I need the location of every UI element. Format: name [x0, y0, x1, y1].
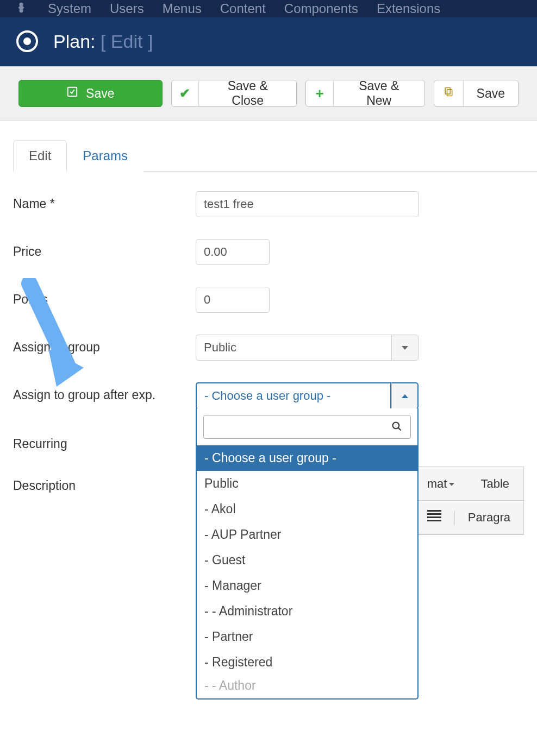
dropdown-option[interactable]: - AUP Partner: [197, 522, 417, 547]
price-input[interactable]: [196, 239, 270, 265]
dropdown-option[interactable]: - - Author: [197, 675, 417, 698]
editor-format-menu[interactable]: mat: [414, 477, 468, 491]
editor-table-menu[interactable]: Table: [467, 477, 522, 491]
copy-icon: [443, 86, 454, 100]
nav-menus[interactable]: Menus: [163, 1, 202, 16]
points-input[interactable]: [196, 287, 270, 313]
save-new-button[interactable]: + Save & New: [305, 80, 424, 107]
check-icon: ✔: [179, 86, 190, 101]
edit-form: Name * Price Points Assign to group Publ…: [0, 172, 537, 493]
dropdown-option[interactable]: - Choose a user group -: [197, 445, 417, 471]
tab-edit[interactable]: Edit: [13, 140, 67, 172]
save-close-button[interactable]: ✔ Save & Close: [171, 80, 297, 107]
radio-icon: [16, 30, 38, 52]
assign-group-value: Public: [196, 335, 391, 361]
pencil-square-icon: [66, 86, 78, 101]
svg-point-3: [393, 423, 399, 429]
admin-top-nav: System Users Menus Content Components Ex…: [0, 0, 537, 17]
action-toolbar: Save ✔ Save & Close + Save & New Save: [0, 66, 537, 121]
dropdown-option[interactable]: - Registered: [197, 650, 417, 675]
assign-group-select[interactable]: Public: [196, 335, 419, 361]
assign-group-caret[interactable]: [391, 335, 419, 361]
dropdown-option[interactable]: Public: [197, 471, 417, 496]
chevron-up-icon: [402, 394, 408, 398]
search-icon: [391, 421, 402, 435]
dropdown-option[interactable]: - Manager: [197, 573, 417, 598]
assign-exp-value: - Choose a user group -: [196, 382, 391, 410]
nav-system[interactable]: System: [48, 1, 91, 16]
dropdown-option[interactable]: - - Administrator: [197, 598, 417, 624]
editor-toolbar-peek: mat Table Paragra: [414, 467, 524, 535]
dropdown-option[interactable]: - Guest: [197, 547, 417, 573]
assign-exp-caret[interactable]: [391, 382, 419, 410]
row-price: Price: [13, 239, 524, 265]
form-tabs: Edit Params: [13, 140, 537, 172]
save-button[interactable]: Save: [18, 80, 163, 107]
row-assign-group: Assign to group Public: [13, 335, 524, 361]
page-title: Plan: [ Edit ]: [53, 31, 153, 52]
editor-paragraph-select[interactable]: Paragra: [454, 511, 523, 525]
plus-icon: +: [315, 85, 323, 102]
nav-users[interactable]: Users: [110, 1, 144, 16]
row-points: Points: [13, 287, 524, 313]
row-assign-exp: Assign to group after exp. - Choose a us…: [13, 382, 524, 410]
recurring-label: Recurring: [13, 431, 196, 451]
assign-exp-label: Assign to group after exp.: [13, 382, 196, 402]
svg-rect-1: [445, 88, 450, 94]
assign-exp-select[interactable]: - Choose a user group - - Choose a user …: [196, 382, 419, 410]
dropdown-option[interactable]: - Akol: [197, 496, 417, 522]
price-label: Price: [13, 239, 196, 259]
name-input[interactable]: [196, 191, 419, 217]
page-header: Plan: [ Edit ]: [0, 17, 537, 66]
justify-icon[interactable]: [414, 508, 454, 526]
dropdown-search-input[interactable]: [203, 415, 411, 439]
assign-group-label: Assign to group: [13, 335, 196, 355]
joomla-logo-icon: [13, 2, 29, 16]
chevron-down-icon: [449, 483, 454, 486]
name-label: Name *: [13, 191, 196, 211]
dropdown-option[interactable]: - Partner: [197, 624, 417, 650]
svg-rect-2: [447, 90, 452, 96]
points-label: Points: [13, 287, 196, 307]
nav-components[interactable]: Components: [284, 1, 358, 16]
tab-params[interactable]: Params: [67, 140, 143, 172]
dropdown-list: - Choose a user group - Public - Akol - …: [197, 445, 417, 698]
user-group-dropdown: - Choose a user group - Public - Akol - …: [196, 408, 419, 700]
chevron-down-icon: [402, 346, 408, 350]
description-label: Description: [13, 473, 196, 493]
row-name: Name *: [13, 191, 524, 217]
save-copy-button[interactable]: Save: [434, 80, 519, 107]
nav-content[interactable]: Content: [220, 1, 266, 16]
nav-extensions[interactable]: Extensions: [377, 1, 440, 16]
